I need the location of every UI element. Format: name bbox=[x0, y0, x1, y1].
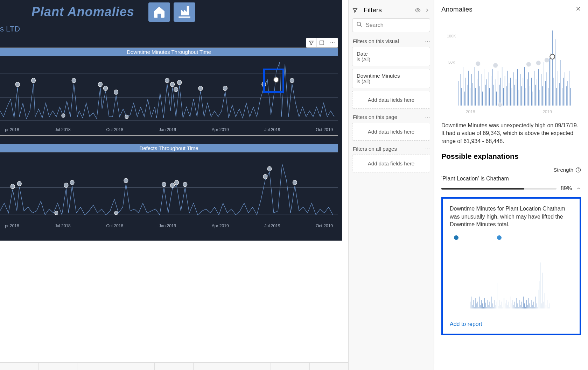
section-menu-button[interactable]: ⋯ bbox=[425, 114, 430, 120]
ellipsis-icon: ⋯ bbox=[330, 40, 335, 45]
drop-zone-visual[interactable]: Add data fields here bbox=[352, 91, 430, 109]
close-button[interactable] bbox=[575, 6, 581, 13]
svg-point-30 bbox=[175, 180, 179, 185]
visual-filter-button[interactable] bbox=[306, 38, 317, 47]
svg-point-13 bbox=[177, 80, 182, 85]
anomaly-mini-chart[interactable]: 50K 100K 2018 2019 bbox=[441, 18, 581, 116]
svg-point-43 bbox=[493, 63, 498, 68]
svg-point-9 bbox=[114, 90, 118, 94]
svg-point-36 bbox=[114, 211, 118, 215]
svg-point-29 bbox=[170, 183, 175, 187]
chart-defects[interactable]: Defects Throughout Time bbox=[0, 144, 338, 232]
svg-point-27 bbox=[124, 178, 128, 183]
svg-point-18 bbox=[62, 114, 65, 118]
svg-point-6 bbox=[72, 78, 76, 83]
strength-label: Strength bbox=[553, 167, 573, 173]
dashboard-title: Plant Anomalies bbox=[31, 5, 134, 19]
svg-point-16 bbox=[262, 82, 266, 87]
add-to-report-link[interactable]: Add to report bbox=[450, 321, 573, 327]
anomaly-description: Downtime Minutes was unexpectedly high o… bbox=[441, 122, 581, 145]
drop-zone-allpages[interactable]: Add data fields here bbox=[352, 155, 430, 172]
anomalies-title: Anomalies bbox=[441, 6, 472, 13]
svg-text:100K: 100K bbox=[447, 34, 456, 38]
filter-card-downtime[interactable]: Downtime Minutes is (All) bbox=[352, 69, 430, 88]
visual-more-button[interactable]: ⋯ bbox=[327, 38, 338, 47]
svg-point-19 bbox=[125, 115, 128, 119]
svg-point-5 bbox=[31, 78, 35, 83]
svg-point-35 bbox=[55, 211, 58, 215]
svg-point-53 bbox=[578, 169, 578, 169]
svg-point-46 bbox=[544, 58, 549, 63]
page-tab-bar bbox=[0, 362, 348, 370]
drop-zone-page[interactable]: Add data fields here bbox=[352, 123, 430, 141]
section-menu-button[interactable]: ⋯ bbox=[425, 38, 430, 44]
page-tab[interactable] bbox=[77, 363, 116, 370]
chart-xaxis: pr 2018 Jul 2018 Oct 2018 Jan 2019 Apr 2… bbox=[0, 127, 338, 132]
info-icon[interactable] bbox=[575, 167, 581, 173]
strength-bar-row[interactable]: 89% bbox=[441, 185, 581, 192]
svg-point-4 bbox=[15, 82, 20, 87]
close-icon bbox=[575, 6, 581, 12]
explanations-title: Possible explanations bbox=[441, 152, 581, 161]
visual-focus-button[interactable] bbox=[317, 38, 327, 47]
svg-point-42 bbox=[476, 61, 481, 66]
svg-point-47 bbox=[498, 103, 502, 107]
focus-icon bbox=[319, 40, 325, 46]
explanation-description: Downtime Minutes for Plant Location Chat… bbox=[450, 205, 573, 228]
page-tab[interactable] bbox=[116, 363, 155, 370]
svg-point-12 bbox=[174, 87, 178, 92]
svg-point-26 bbox=[70, 180, 74, 185]
section-menu-button[interactable]: ⋯ bbox=[425, 145, 430, 152]
chart-downtime[interactable]: Downtime Minutes Throughout Time bbox=[0, 48, 338, 135]
svg-rect-0 bbox=[320, 41, 324, 44]
filter-card-date[interactable]: Date is (All) bbox=[352, 47, 430, 66]
chart-title: Defects Throughout Time bbox=[0, 144, 338, 152]
collapse-icon[interactable] bbox=[424, 7, 430, 13]
page-tab[interactable] bbox=[310, 363, 349, 370]
svg-point-25 bbox=[64, 183, 68, 187]
svg-point-45 bbox=[536, 61, 541, 65]
svg-point-31 bbox=[183, 182, 187, 187]
chart-xaxis: pr 2018 Jul 2018 Oct 2018 Jan 2019 Apr 2… bbox=[0, 223, 338, 228]
filters-title: Filters bbox=[364, 6, 411, 14]
explanation-legend bbox=[454, 235, 573, 240]
explanation-chart[interactable] bbox=[450, 246, 573, 320]
visual-action-bar: ⋯ bbox=[306, 38, 338, 48]
page-tab[interactable] bbox=[0, 363, 39, 370]
company-label: s LTD bbox=[0, 24, 20, 34]
search-icon bbox=[356, 21, 363, 29]
svg-line-39 bbox=[360, 25, 362, 27]
filter-icon bbox=[352, 7, 358, 13]
svg-text:2019: 2019 bbox=[542, 109, 552, 114]
legend-dot bbox=[454, 235, 458, 240]
svg-point-17 bbox=[290, 78, 294, 83]
svg-point-34 bbox=[293, 180, 297, 185]
filter-icon bbox=[308, 40, 314, 46]
report-dashboard: Plant Anomalies s LTD ⋯ bbox=[0, 0, 342, 241]
chart-title: Downtime Minutes Throughout Time bbox=[0, 48, 338, 56]
filter-search[interactable] bbox=[352, 18, 430, 32]
eye-icon[interactable] bbox=[415, 7, 421, 13]
svg-point-33 bbox=[267, 166, 272, 171]
page-tab[interactable] bbox=[194, 363, 232, 370]
svg-point-38 bbox=[357, 22, 361, 26]
svg-point-20 bbox=[274, 77, 279, 83]
svg-point-32 bbox=[263, 174, 267, 179]
explanation-card: Downtime Minutes for Plant Location Chat… bbox=[441, 197, 581, 335]
svg-point-10 bbox=[165, 78, 169, 83]
page-tab[interactable] bbox=[271, 363, 310, 370]
svg-point-44 bbox=[526, 62, 531, 67]
legend-dot bbox=[497, 235, 502, 240]
home-icon bbox=[152, 5, 166, 19]
strength-percent: 89% bbox=[561, 185, 572, 192]
chevron-up-icon[interactable] bbox=[576, 186, 581, 191]
page-tab[interactable] bbox=[39, 363, 78, 370]
home-button[interactable] bbox=[148, 2, 170, 22]
factory-button[interactable] bbox=[174, 2, 195, 22]
filter-search-input[interactable] bbox=[352, 18, 430, 32]
svg-point-28 bbox=[162, 182, 166, 187]
page-tab[interactable] bbox=[232, 363, 271, 370]
svg-point-15 bbox=[223, 86, 227, 91]
page-tab[interactable] bbox=[155, 363, 194, 370]
svg-point-14 bbox=[198, 86, 203, 91]
